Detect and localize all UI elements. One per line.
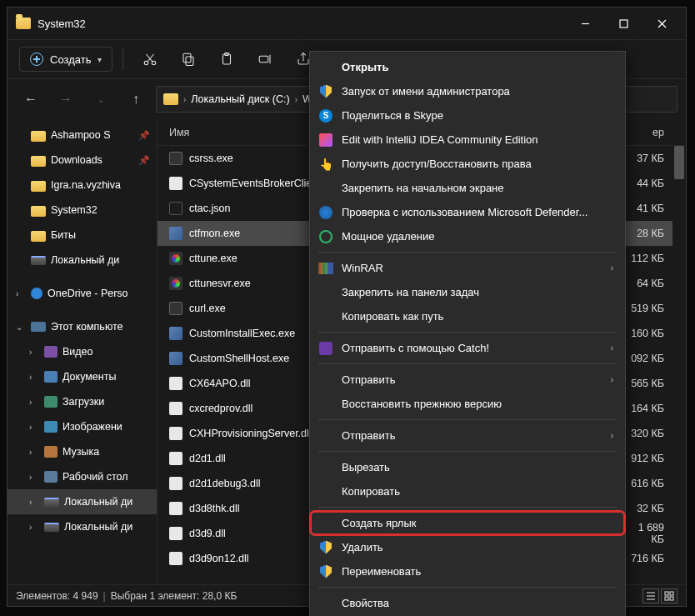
file-icon (169, 327, 182, 340)
menu-item[interactable]: Копировать (310, 479, 625, 503)
scroll-thumb[interactable] (674, 146, 684, 179)
menu-icon (318, 181, 333, 196)
menu-label: Мощное удаление (342, 230, 435, 243)
menu-item[interactable]: Отправить› (310, 368, 625, 392)
view-list-button[interactable] (642, 588, 659, 603)
menu-item[interactable]: Проверка с использованием Microsoft Defe… (310, 200, 625, 224)
tree-item[interactable]: Downloads📌 (8, 148, 157, 173)
menu-item[interactable]: Закрепить на начальном экране (310, 176, 625, 200)
menu-label: Закрепить на начальном экране (342, 182, 504, 194)
tree-item[interactable]: Биты (8, 223, 157, 248)
maximize-button[interactable] (604, 10, 642, 37)
video-icon (44, 346, 58, 358)
dl-icon (44, 396, 58, 408)
menu-item[interactable]: Отправить› (310, 423, 625, 448)
pc-icon (31, 322, 46, 332)
menu-item[interactable]: Вырезать (310, 455, 625, 479)
tree-item[interactable]: ›Изображени (8, 414, 157, 439)
tree-item[interactable]: ›Локальный ди (8, 514, 157, 539)
menu-label: Отправить с помощью Catch! (342, 342, 489, 354)
menu-item[interactable]: Создать ярлык (310, 511, 625, 535)
music-icon (44, 446, 58, 458)
tree-item[interactable]: Ashampoo S📌 (8, 123, 157, 148)
rename-button[interactable] (248, 44, 282, 74)
cut-button[interactable] (133, 44, 167, 74)
menu-item[interactable]: 👆Получить доступ/Восстановить права (310, 152, 625, 176)
menu-item[interactable]: Свойства (310, 591, 625, 615)
menu-icon (318, 84, 333, 99)
forward-button[interactable]: → (51, 84, 81, 114)
scrollbar[interactable] (672, 146, 686, 584)
menu-icon (318, 309, 333, 324)
tree-item[interactable]: ›Загрузки (8, 389, 157, 414)
copy-button[interactable] (172, 44, 205, 74)
tree-item[interactable]: ›Музыка (8, 439, 157, 464)
file-name: CustomInstallExec.exe (189, 328, 295, 339)
menu-icon (318, 397, 333, 412)
tree-item[interactable]: Локальный ди (8, 248, 157, 273)
menu-label: Поделиться в Skype (342, 109, 443, 122)
close-button[interactable] (642, 10, 681, 37)
svg-rect-19 (670, 592, 673, 595)
folder-icon (31, 231, 46, 242)
cloud-icon (31, 288, 42, 299)
menu-item[interactable]: Закрепить на панели задач (310, 280, 625, 304)
tree-item[interactable]: ›Рабочий стол (8, 464, 157, 489)
tree-label: Изображени (62, 421, 122, 433)
menu-separator (318, 587, 617, 588)
col-size[interactable]: ер (624, 127, 686, 138)
tree-label: Биты (51, 229, 76, 241)
menu-item[interactable]: Поделиться в Skype (310, 103, 625, 128)
file-icon (169, 402, 182, 415)
menu-label: Копировать как путь (342, 310, 443, 323)
menu-item[interactable]: Открыть (310, 55, 625, 79)
file-icon (169, 502, 182, 515)
menu-item[interactable]: Запуск от имени администратора (310, 79, 625, 103)
menu-icon (318, 133, 333, 148)
file-name: cxcredprov.dll (189, 403, 252, 414)
file-name: csrss.exe (189, 153, 233, 164)
tree-item[interactable]: ›OneDrive - Perso (8, 281, 157, 306)
menu-label: Копировать (342, 485, 400, 498)
minimize-button[interactable] (566, 10, 604, 37)
menu-item[interactable]: Переименовать (310, 559, 625, 583)
tree-label: Рабочий стол (62, 471, 128, 483)
address-segment[interactable]: Локальный диск (C:) (191, 93, 289, 105)
tree-item[interactable]: Igra.na.vyzhiva (8, 173, 157, 198)
menu-item[interactable]: Копировать как путь (310, 304, 625, 328)
tree-item[interactable]: ›Документы (8, 364, 157, 389)
recent-button[interactable]: ⌄ (86, 84, 116, 114)
menu-separator (318, 419, 617, 420)
folder-icon (163, 93, 178, 105)
file-icon (169, 227, 182, 240)
up-button[interactable]: ↑ (121, 84, 151, 114)
menu-item[interactable]: Мощное удаление (310, 224, 625, 248)
folder-icon (16, 18, 31, 29)
menu-item[interactable]: Удалить (310, 535, 625, 559)
tree-item[interactable]: ›Видео (8, 339, 157, 364)
file-icon (169, 452, 182, 465)
menu-item[interactable]: Восстановить прежнюю версию (310, 392, 625, 416)
chevron-icon: › (183, 95, 186, 104)
tree-label: Музыка (62, 446, 99, 458)
menu-item[interactable]: Отправить с помощью Catch!› (310, 336, 625, 360)
paste-button[interactable] (210, 44, 243, 74)
file-name: CustomShellHost.exe (189, 353, 289, 364)
tree-item[interactable]: ›Локальный ди (8, 489, 157, 514)
selection-info: Выбран 1 элемент: 28,0 КБ (111, 590, 238, 602)
menu-item[interactable]: WinRAR› (310, 256, 625, 280)
new-button[interactable]: Создать ▾ (19, 47, 112, 72)
file-name: curl.exe (189, 303, 226, 314)
svg-rect-8 (186, 57, 193, 66)
back-button[interactable]: ← (16, 84, 46, 114)
menu-label: Удалить (342, 541, 383, 553)
tree-label: System32 (51, 204, 98, 216)
view-grid-button[interactable] (661, 588, 678, 603)
tree-label: Локальный ди (51, 254, 119, 266)
submenu-arrow-icon: › (611, 431, 613, 440)
file-icon (169, 202, 182, 215)
tree-item[interactable]: System32 (8, 198, 157, 223)
tree-item[interactable]: ⌄Этот компьюте (8, 314, 157, 339)
menu-item[interactable]: Edit with IntelliJ IDEA Community Editio… (310, 128, 625, 152)
folder-icon (31, 206, 46, 217)
